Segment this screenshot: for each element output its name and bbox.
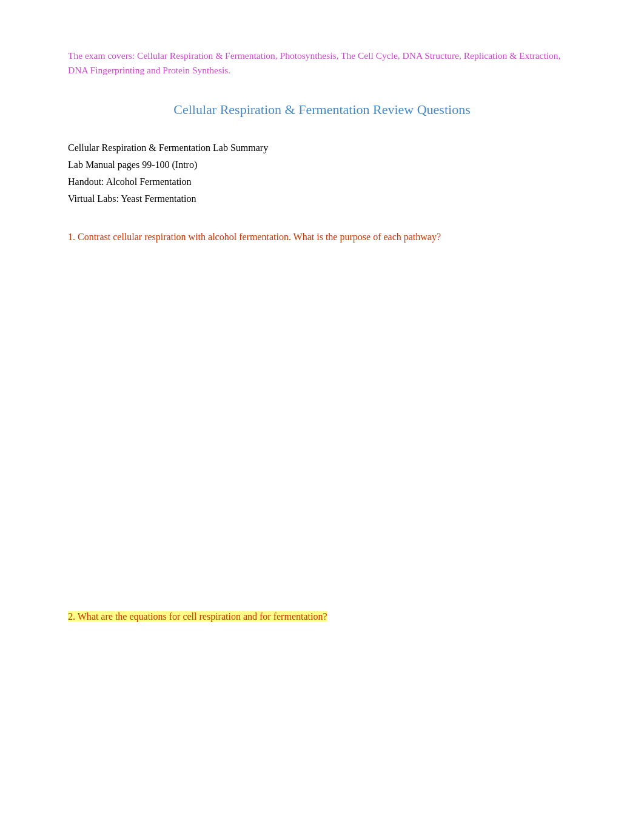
resource-item-4: Virtual Labs: Yeast Fermentation xyxy=(68,190,576,207)
question-2: 2. What are the equations for cell respi… xyxy=(68,611,327,622)
resources-block: Cellular Respiration & Fermentation Lab … xyxy=(68,139,576,207)
resource-item-1: Cellular Respiration & Fermentation Lab … xyxy=(68,139,576,156)
resource-item-2: Lab Manual pages 99-100 (Intro) xyxy=(68,156,576,173)
page-title: Cellular Respiration & Fermentation Revi… xyxy=(68,102,576,118)
question-1: 1. Contrast cellular respiration with al… xyxy=(68,229,576,245)
resource-item-3: Handout: Alcohol Fermentation xyxy=(68,173,576,190)
exam-intro-text: The exam covers: Cellular Respiration & … xyxy=(68,49,576,78)
question-2-wrapper: 2. What are the equations for cell respi… xyxy=(68,609,576,625)
